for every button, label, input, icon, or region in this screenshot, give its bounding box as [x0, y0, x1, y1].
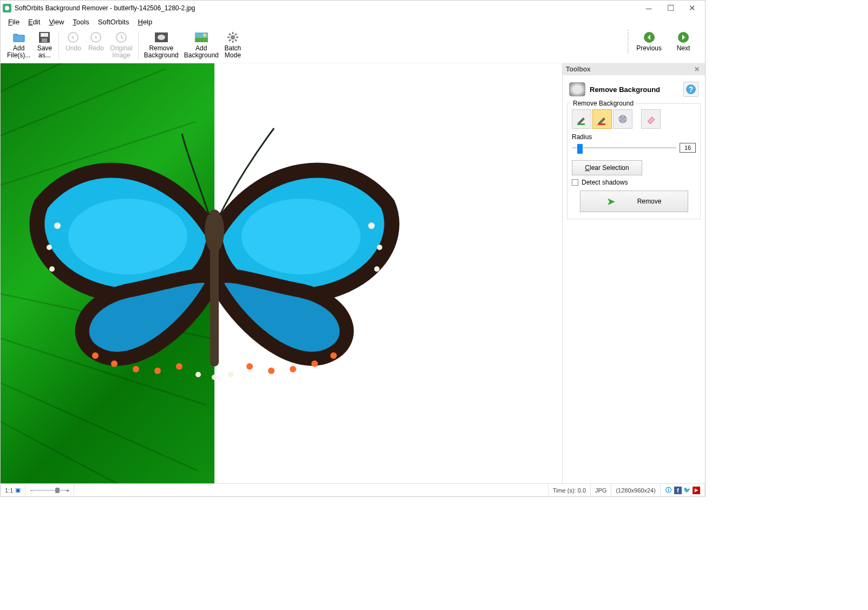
menu-softorbits[interactable]: SoftOrbits	[95, 17, 133, 27]
svg-rect-46	[210, 242, 219, 366]
image-canvas[interactable]	[1, 63, 562, 483]
previous-label: Previous	[636, 45, 662, 52]
remove-background-group: Remove Background Radius 16 Clear Selec	[567, 103, 701, 219]
undo-label: Undo	[66, 45, 81, 52]
menu-edit[interactable]: Edit	[25, 17, 43, 27]
remove-background-button[interactable]: Remove Background	[142, 30, 181, 60]
svg-line-19	[235, 40, 237, 41]
original-image-button[interactable]: Original Image	[108, 30, 134, 60]
status-bar: 1:1 ▣ − + Time (s): 0.0 JPG (1280x960x24…	[1, 483, 705, 496]
svg-point-38	[49, 266, 55, 272]
help-button[interactable]: ?	[683, 82, 699, 97]
butterfly-image	[19, 117, 409, 399]
redo-button[interactable]: Redo	[85, 30, 107, 53]
svg-line-21	[235, 34, 237, 35]
status-dimensions: (1280x960x24)	[611, 484, 660, 496]
svg-point-26	[92, 352, 99, 359]
redo-icon	[89, 31, 102, 44]
maximize-button[interactable]: ☐	[660, 1, 681, 16]
info-icon[interactable]: ⓘ	[665, 487, 673, 494]
save-as-label: Save as...	[37, 45, 52, 59]
twitter-icon[interactable]: 🐦	[683, 487, 691, 494]
batch-mode-label: Batch Mode	[224, 45, 241, 59]
folder-open-icon	[12, 31, 25, 44]
status-format: JPG	[591, 484, 611, 496]
clear-selection-button[interactable]: Clear Selection	[572, 160, 642, 175]
checkbox-icon	[572, 179, 578, 186]
marker-red-tool[interactable]	[592, 109, 612, 129]
minimize-button[interactable]: ─	[638, 1, 660, 16]
toolbox-panel: Toolbox ✕ Remove Background ? Remove Bac…	[562, 63, 705, 483]
svg-point-36	[54, 222, 61, 229]
svg-point-39	[368, 222, 375, 229]
menu-file[interactable]: File	[5, 17, 23, 27]
title-bar: SoftOrbits Background Remover - butterfl…	[1, 1, 705, 16]
detect-shadows-label: Detect shadows	[582, 179, 628, 186]
svg-point-29	[154, 368, 161, 374]
arrow-right-icon: ➤	[606, 195, 616, 208]
marker-green-tool[interactable]	[572, 109, 591, 129]
arrow-left-icon	[643, 31, 656, 44]
previous-button[interactable]: Previous	[634, 30, 664, 53]
menu-view[interactable]: View	[45, 17, 67, 27]
zoom-in-icon[interactable]: +	[66, 487, 69, 494]
radius-label: Radius	[572, 133, 696, 141]
next-label: Next	[677, 45, 690, 52]
menu-help[interactable]: Help	[134, 17, 155, 27]
next-button[interactable]: Next	[673, 30, 694, 53]
remove-button[interactable]: ➤ Remove	[580, 191, 688, 212]
add-background-button[interactable]: Add Background	[182, 30, 221, 60]
toolbar-separator	[58, 32, 59, 60]
zoom-controls[interactable]: − +	[25, 484, 74, 496]
group-legend: Remove Background	[571, 100, 636, 107]
svg-point-42	[195, 372, 201, 377]
toolbox-title: Remove Background	[590, 86, 679, 94]
redo-label: Redo	[88, 45, 104, 52]
scale-indicator[interactable]: 1:1 ▣	[1, 484, 25, 496]
clock-icon	[115, 31, 128, 44]
toolbox-close-icon[interactable]: ✕	[692, 65, 702, 73]
svg-point-30	[176, 363, 182, 370]
menu-tools[interactable]: Tools	[69, 17, 92, 27]
toolbar-separator	[138, 32, 139, 60]
save-as-button[interactable]: Save as...	[34, 30, 55, 60]
svg-point-32	[311, 360, 318, 367]
gear-icon	[226, 31, 239, 44]
svg-rect-3	[41, 33, 48, 37]
svg-rect-11	[195, 38, 208, 42]
svg-point-40	[377, 245, 382, 250]
radius-slider[interactable]	[572, 143, 676, 153]
svg-point-31	[330, 352, 337, 359]
svg-line-20	[229, 40, 231, 41]
batch-mode-button[interactable]: Batch Mode	[222, 30, 244, 60]
svg-point-43	[212, 375, 217, 380]
ellipse-icon	[155, 31, 168, 44]
add-background-label: Add Background	[184, 45, 219, 59]
ellipse-thumbnail-icon	[569, 82, 585, 96]
social-links: ⓘ f 🐦 ▶	[661, 484, 705, 496]
svg-point-28	[133, 366, 139, 372]
facebook-icon[interactable]: f	[674, 487, 682, 494]
menu-bar: File Edit View Tools SoftOrbits Help	[1, 16, 705, 28]
add-files-button[interactable]: Add File(s)...	[5, 30, 32, 60]
remove-button-label: Remove	[637, 198, 662, 205]
svg-rect-50	[598, 123, 605, 125]
zoom-slider[interactable]	[34, 489, 66, 492]
svg-point-41	[374, 266, 380, 272]
svg-rect-49	[577, 123, 585, 125]
toolbar: Add File(s)... Save as... Undo Redo Orig…	[1, 28, 705, 63]
radius-value[interactable]: 16	[680, 143, 696, 153]
svg-point-33	[290, 366, 296, 372]
detect-shadows-checkbox[interactable]: Detect shadows	[572, 179, 696, 186]
undo-button[interactable]: Undo	[62, 30, 84, 53]
magic-wand-tool[interactable]	[613, 109, 632, 129]
svg-point-24	[68, 199, 187, 274]
youtube-icon[interactable]: ▶	[693, 487, 700, 494]
close-button[interactable]: ✕	[681, 1, 703, 16]
svg-point-12	[203, 34, 206, 37]
svg-point-37	[47, 245, 52, 250]
landscape-icon	[195, 31, 208, 44]
arrow-right-icon	[677, 31, 690, 44]
status-time: Time (s): 0.0	[549, 484, 591, 496]
eraser-tool[interactable]	[641, 109, 661, 129]
